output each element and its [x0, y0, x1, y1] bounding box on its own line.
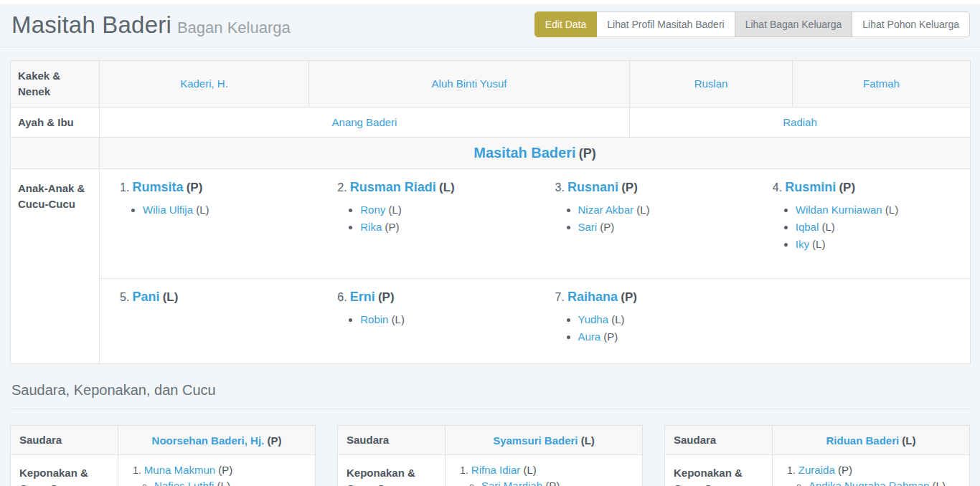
person-link[interactable]: Rika: [360, 221, 382, 233]
person-link[interactable]: Nafies Luthfi: [154, 480, 214, 486]
sibling-card: Saudara Noorsehan Baderi, Hj. (P) Kepona…: [10, 425, 316, 486]
person-link[interactable]: Wildan Kurniawan: [796, 204, 882, 216]
view-profile-button[interactable]: Lihat Profil Masitah Baderi: [597, 11, 735, 37]
grandparent-cell: Kaderi, H.: [100, 61, 309, 108]
child-item: 4. Rusmini (P) Wildan Kurniawan (L) Iqba…: [753, 169, 970, 278]
person-link[interactable]: Pani: [133, 290, 160, 304]
child-item-empty: [753, 279, 970, 363]
child-number: 5.: [120, 291, 129, 303]
gender-tag: (P): [378, 290, 395, 304]
sibling-name-cell: Riduan Baderi (L): [773, 426, 970, 455]
person-link[interactable]: Andika Nugraha Rahman: [809, 480, 929, 486]
gender-tag: (P): [385, 221, 399, 233]
gender-tag: (P): [621, 290, 637, 304]
person-link[interactable]: Nizar Akbar: [578, 204, 634, 216]
person-link[interactable]: Rony: [360, 204, 385, 216]
nephew-child-item: Nafies Luthfi (L): [154, 480, 306, 486]
grandparent-cell: Aluh Binti Yusuf: [309, 61, 630, 108]
gender-tag: (L): [933, 480, 946, 486]
child-number: 2.: [337, 181, 347, 194]
person-link[interactable]: Zuraida: [798, 464, 835, 476]
grandparent-cell: Ruslan: [630, 61, 793, 108]
grandchild-item: Rika (P): [360, 221, 529, 233]
person-link[interactable]: Syamsuri Baderi: [493, 434, 578, 447]
grandchild-item: Wilia Ulfija (L): [143, 204, 311, 216]
grandchild-item: Iqbal (L): [796, 221, 964, 233]
row-label-parents: Ayah & Ibu: [11, 107, 100, 138]
row-label-nephews: Keponakan & Cucu-Cucu: [338, 455, 446, 486]
grandchild-item: Rony (L): [360, 204, 529, 216]
person-link[interactable]: Kaderi, H.: [180, 77, 228, 90]
gender-tag: (L): [812, 238, 825, 250]
person-link[interactable]: Yudha: [578, 313, 609, 325]
nephew-item: 1. Rifna Idiar (L) Sari Mardiah (P): [460, 464, 633, 486]
person-link[interactable]: Robin: [360, 313, 388, 325]
view-family-tree-button[interactable]: Lihat Pohon Keluarga: [852, 11, 970, 37]
person-link[interactable]: Noorsehan Baderi, Hj.: [152, 434, 265, 447]
row-label-sibling: Saudara: [665, 426, 773, 455]
nephew-child-item: Sari Mardiah (P): [481, 480, 633, 486]
gender-tag: (P): [218, 464, 232, 476]
person-link[interactable]: Riduan Baderi: [826, 434, 899, 447]
gender-tag: (P): [545, 480, 560, 486]
sibling-card: Saudara Syamsuri Baderi (L) Keponakan & …: [337, 425, 643, 486]
person-link[interactable]: Iqbal: [796, 221, 819, 233]
grandchild-item: Yudha (L): [578, 313, 747, 325]
children-row: Anak-Anak & Cucu-Cucu 1. Rumsita (P) Wil…: [11, 169, 971, 364]
person-link[interactable]: Ruslan: [694, 77, 728, 90]
person-link[interactable]: Muna Makmun: [144, 464, 215, 476]
gender-tag: (L): [392, 313, 405, 325]
sibling-name-cell: Syamsuri Baderi (L): [446, 426, 643, 455]
page-title: Masitah Baderi: [11, 11, 171, 38]
nephews-cell: 1. Muna Makmun (P) Nafies Luthfi (L): [118, 455, 316, 486]
gender-tag: (L): [821, 221, 834, 233]
nephew-item: 1. Zuraida (P) Andika Nugraha Rahman (L): [787, 464, 961, 486]
gender-tag: (P): [839, 181, 855, 194]
gender-tag: (P): [579, 146, 596, 161]
self-cell: Masitah Baderi (P): [100, 138, 971, 169]
person-link[interactable]: Rusmini: [785, 180, 836, 194]
page-header: Masitah BaderiBagan Keluarga Edit Data L…: [0, 5, 980, 47]
gender-tag: (L): [636, 204, 649, 216]
person-link[interactable]: Aluh Binti Yusuf: [432, 77, 507, 90]
edit-data-button[interactable]: Edit Data: [534, 11, 598, 37]
nephew-item: 1. Muna Makmun (P) Nafies Luthfi (L): [133, 464, 306, 486]
gender-tag: (P): [621, 181, 638, 194]
grandchild-item: Nizar Akbar (L): [578, 204, 747, 216]
child-number: 4.: [773, 181, 782, 194]
sibling-cards: Saudara Noorsehan Baderi, Hj. (P) Kepona…: [10, 425, 970, 486]
row-label-nephews: Keponakan & Cucu-Cucu: [11, 455, 118, 486]
page-subtitle: Bagan Keluarga: [177, 19, 291, 37]
grandparent-cell: Fatmah: [793, 61, 971, 108]
person-link[interactable]: Rusnani: [567, 180, 618, 194]
view-family-chart-button[interactable]: Lihat Bagan Keluarga: [735, 11, 853, 37]
siblings-section-title: Saudara, Keponakan, dan Cucu: [10, 382, 970, 409]
row-label-nephews: Keponakan & Cucu-Cucu: [665, 455, 773, 486]
person-link[interactable]: Sari Mardiah: [481, 480, 542, 486]
nephew-child-item: Andika Nugraha Rahman (L): [809, 480, 961, 486]
row-label-grandparents: Kakek & Nenek: [11, 61, 100, 108]
person-link[interactable]: Aura: [578, 330, 601, 343]
gender-tag: (P): [600, 221, 614, 233]
person-link[interactable]: Erni: [350, 290, 375, 304]
person-link[interactable]: Sari: [578, 221, 598, 233]
person-link[interactable]: Raihana: [567, 290, 618, 304]
person-link[interactable]: Masitah Baderi: [473, 145, 575, 161]
person-link[interactable]: Wilia Ulfija: [143, 204, 193, 216]
person-link[interactable]: Anang Baderi: [332, 116, 397, 128]
person-link[interactable]: Iky: [796, 238, 809, 250]
person-link[interactable]: Fatmah: [863, 77, 900, 90]
parents-row: Ayah & Ibu Anang Baderi Radiah: [11, 107, 971, 138]
child-number: 6.: [337, 291, 347, 303]
person-link[interactable]: Rumsita: [133, 180, 184, 194]
person-link[interactable]: Rusman Riadi: [350, 180, 436, 194]
gender-tag: (P): [603, 330, 618, 343]
person-link[interactable]: Rifna Idiar: [471, 464, 520, 476]
person-link[interactable]: Radiah: [783, 116, 817, 128]
row-label-sibling: Saudara: [338, 426, 446, 455]
top-navbar-strip: [0, 0, 980, 5]
child-item: 5. Pani (L): [100, 279, 317, 363]
header-button-group: Edit Data Lihat Profil Masitah Baderi Li…: [534, 11, 970, 37]
mother-cell: Radiah: [630, 107, 971, 138]
child-item: 6. Erni (P) Robin (L): [317, 279, 534, 363]
